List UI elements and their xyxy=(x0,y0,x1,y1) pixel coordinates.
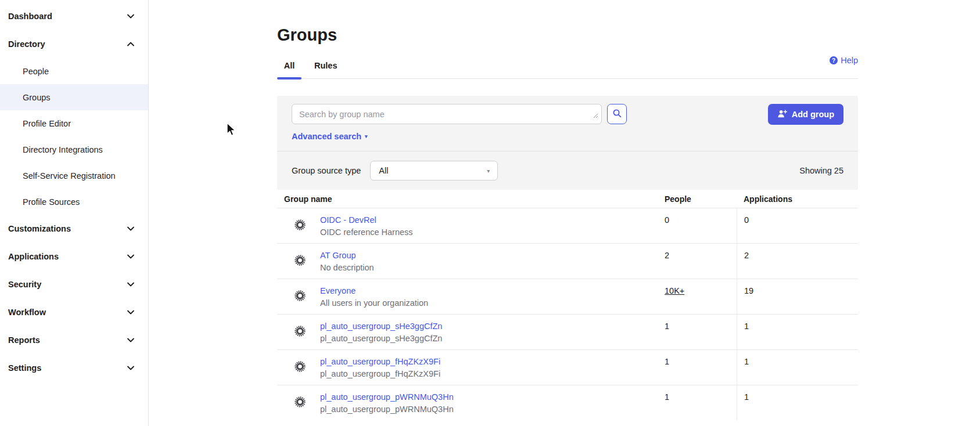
sidebar-item-label: People xyxy=(23,67,49,76)
applications-count: 0 xyxy=(737,208,858,243)
table-row: Everyone All users in your organization … xyxy=(277,279,858,314)
table-row: AT Group No description 2 2 xyxy=(277,243,858,279)
group-source-type-select[interactable]: All ▾ xyxy=(370,161,498,180)
group-icon xyxy=(294,325,306,340)
sidebar-item-label: Self-Service Registration xyxy=(23,171,116,180)
people-count: 2 xyxy=(665,244,737,260)
groups-table: Group name People Applications OIDC - De… xyxy=(277,190,858,420)
sidebar-item-directory[interactable]: Directory xyxy=(0,30,148,58)
showing-count: Showing 25 xyxy=(799,166,843,175)
applications-count: 1 xyxy=(737,385,858,420)
search-icon xyxy=(612,109,622,120)
column-header-applications: Applications xyxy=(737,194,858,204)
group-source-type-label: Group source type xyxy=(292,166,361,175)
group-name-link[interactable]: pl_auto_usergroup_sHe3ggCfZn xyxy=(320,322,442,331)
column-header-people: People xyxy=(665,194,737,204)
table-row: pl_auto_usergroup_pWRNMuQ3Hn pl_auto_use… xyxy=(277,385,858,420)
table-row: OIDC - DevRel OIDC reference Harness 0 0 xyxy=(277,208,858,243)
tab-bar: All Rules xyxy=(277,61,858,79)
group-icon xyxy=(294,219,306,233)
sidebar-item-profile-sources[interactable]: Profile Sources xyxy=(0,189,148,215)
caret-down-icon: ▾ xyxy=(365,133,368,139)
sidebar-item-label: Customizations xyxy=(8,224,71,233)
chevron-down-icon xyxy=(126,280,135,289)
sidebar-item-label: Workflow xyxy=(8,308,46,317)
advanced-search-link[interactable]: Advanced search ▾ xyxy=(292,132,368,141)
help-label: Help xyxy=(841,56,858,65)
sidebar-item-label: Reports xyxy=(8,335,40,345)
group-icon xyxy=(294,254,306,269)
group-icon xyxy=(294,360,306,375)
sidebar-item-self-service-registration[interactable]: Self-Service Registration xyxy=(0,163,148,189)
chevron-down-icon xyxy=(126,308,135,317)
table-header: Group name People Applications xyxy=(277,190,858,208)
tab-rules[interactable]: Rules xyxy=(314,61,338,78)
sidebar-item-label: Dashboard xyxy=(8,12,52,21)
group-description: OIDC reference Harness xyxy=(320,228,413,237)
group-name-link[interactable]: OIDC - DevRel xyxy=(320,215,413,225)
sidebar-item-label: Groups xyxy=(23,93,51,102)
people-count-link[interactable]: 10K+ xyxy=(665,286,684,295)
group-name-link[interactable]: pl_auto_usergroup_fHqZKzX9Fi xyxy=(320,357,440,366)
applications-count: 1 xyxy=(737,350,858,385)
sidebar: Dashboard Directory People Groups Profil… xyxy=(0,0,149,426)
group-icon xyxy=(294,396,306,410)
chevron-down-icon xyxy=(126,335,135,345)
chevron-down-icon xyxy=(126,363,135,373)
table-row: pl_auto_usergroup_fHqZKzX9Fi pl_auto_use… xyxy=(277,349,858,385)
group-name-link[interactable]: pl_auto_usergroup_pWRNMuQ3Hn xyxy=(320,392,454,402)
main-area: Groups ? Help All Rules xyxy=(149,0,980,426)
sidebar-item-label: Directory Integrations xyxy=(23,145,103,154)
sidebar-item-label: Applications xyxy=(8,252,59,261)
sidebar-item-workflow[interactable]: Workflow xyxy=(0,298,148,326)
sidebar-item-label: Security xyxy=(8,280,41,289)
search-input[interactable] xyxy=(292,104,602,124)
add-group-icon xyxy=(777,109,787,120)
chevron-down-icon xyxy=(126,12,135,21)
help-question-icon: ? xyxy=(830,56,838,64)
sidebar-item-label: Profile Editor xyxy=(23,119,71,128)
sidebar-item-customizations[interactable]: Customizations xyxy=(0,215,148,243)
sidebar-item-label: Profile Sources xyxy=(23,197,80,207)
search-button[interactable] xyxy=(607,104,627,124)
applications-count: 1 xyxy=(737,315,858,349)
add-group-label: Add group xyxy=(792,110,834,119)
chevron-up-icon xyxy=(126,39,135,49)
search-panel: Add group Advanced search ▾ Group source… xyxy=(277,96,858,190)
sidebar-item-applications[interactable]: Applications xyxy=(0,243,148,270)
group-description: No description xyxy=(320,263,374,272)
people-count: 1 xyxy=(665,315,737,331)
sidebar-item-security[interactable]: Security xyxy=(0,270,148,298)
tab-all[interactable]: All xyxy=(277,61,301,78)
chevron-down-icon xyxy=(126,224,135,233)
applications-count: 2 xyxy=(737,244,858,279)
people-count: 0 xyxy=(665,208,737,225)
group-description: pl_auto_usergroup_fHqZKzX9Fi xyxy=(320,369,440,378)
group-icon xyxy=(294,290,306,304)
group-description: pl_auto_usergroup_sHe3ggCfZn xyxy=(320,334,442,343)
group-description: pl_auto_usergroup_pWRNMuQ3Hn xyxy=(320,405,454,414)
sidebar-item-label: Directory xyxy=(8,39,45,49)
help-link[interactable]: ? Help xyxy=(830,56,858,65)
people-count: 1 xyxy=(665,350,737,366)
sidebar-item-reports[interactable]: Reports xyxy=(0,326,148,354)
sidebar-item-profile-editor[interactable]: Profile Editor xyxy=(0,110,148,136)
people-count: 1 xyxy=(665,385,737,402)
sidebar-item-people[interactable]: People xyxy=(0,58,148,84)
add-group-button[interactable]: Add group xyxy=(768,104,843,125)
table-row: pl_auto_usergroup_sHe3ggCfZn pl_auto_use… xyxy=(277,314,858,349)
group-description: All users in your organization xyxy=(320,298,428,308)
sidebar-item-dashboard[interactable]: Dashboard xyxy=(0,2,148,30)
select-value: All xyxy=(379,166,388,175)
sidebar-item-settings[interactable]: Settings xyxy=(0,354,148,382)
sidebar-item-groups[interactable]: Groups xyxy=(0,84,148,110)
sidebar-item-directory-integrations[interactable]: Directory Integrations xyxy=(0,136,148,163)
caret-down-icon: ▾ xyxy=(487,168,490,174)
sidebar-item-label: Settings xyxy=(8,363,41,373)
group-name-link[interactable]: Everyone xyxy=(320,286,428,295)
group-name-link[interactable]: AT Group xyxy=(320,251,374,260)
applications-count: 19 xyxy=(737,279,858,314)
column-header-group-name: Group name xyxy=(277,194,665,204)
chevron-down-icon xyxy=(126,252,135,261)
page-title: Groups xyxy=(277,24,858,45)
